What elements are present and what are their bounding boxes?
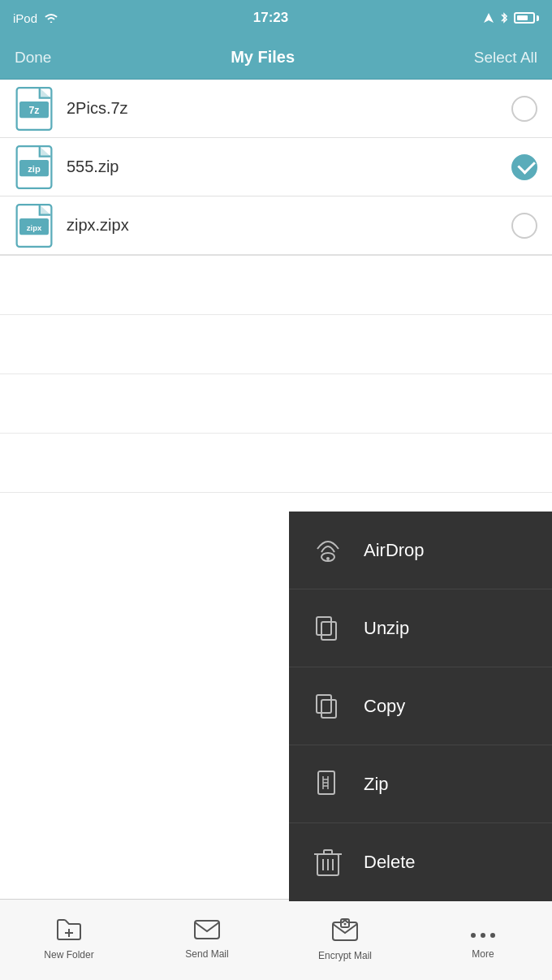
device-label: iPod <box>13 11 37 25</box>
select-all-button[interactable]: Select All <box>474 49 537 67</box>
delete-icon <box>308 843 347 882</box>
new-folder-icon <box>57 919 81 946</box>
menu-label-copy: Copy <box>364 696 405 717</box>
file-name-2: 555.zip <box>67 158 511 176</box>
status-left: iPod <box>13 11 58 25</box>
send-mail-icon <box>194 920 220 945</box>
svg-marker-0 <box>484 13 494 23</box>
toolbar-label-more: More <box>472 948 494 960</box>
toolbar-label-new-folder: New Folder <box>44 949 93 961</box>
file-name-3: zipx.zipx <box>67 216 511 235</box>
zip-icon <box>308 765 347 804</box>
nav-bar: Done My Files Select All <box>0 36 552 80</box>
wifi-icon <box>44 12 58 24</box>
toolbar-new-folder[interactable]: New Folder <box>0 919 138 961</box>
toolbar-more[interactable]: More <box>414 920 552 960</box>
svg-text:7z: 7z <box>28 104 39 115</box>
checkbox-3[interactable] <box>511 213 537 239</box>
menu-label-delete: Delete <box>364 852 416 873</box>
file-list: 7z 2Pics.7z zip 555.zip zi <box>0 80 552 255</box>
svg-text:zipx: zipx <box>27 222 42 231</box>
file-item-3[interactable]: zipx zipx.zipx <box>0 196 552 255</box>
done-button[interactable]: Done <box>15 49 51 67</box>
copy-icon <box>308 687 347 726</box>
menu-label-zip: Zip <box>364 774 389 795</box>
file-icon-7z: 7z <box>15 87 54 131</box>
status-bar: iPod 17:23 <box>0 0 552 36</box>
battery-icon <box>514 12 539 24</box>
checkbox-2[interactable] <box>511 154 537 180</box>
page-title: My Files <box>231 48 295 67</box>
file-name-1: 2Pics.7z <box>67 99 511 118</box>
svg-rect-18 <box>321 700 336 718</box>
svg-point-39 <box>490 933 495 938</box>
svg-rect-16 <box>321 622 336 640</box>
more-icon <box>470 920 496 945</box>
encrypt-mail-icon <box>332 918 358 947</box>
menu-item-unzip[interactable]: Unzip <box>289 589 552 667</box>
menu-item-airdrop[interactable]: AirDrop <box>289 512 552 589</box>
file-item-1[interactable]: 7z 2Pics.7z <box>0 80 552 138</box>
svg-rect-15 <box>317 617 331 635</box>
svg-point-36 <box>344 923 347 926</box>
svg-point-14 <box>326 557 330 560</box>
checkbox-1[interactable] <box>511 96 537 122</box>
svg-point-38 <box>481 933 485 938</box>
svg-rect-17 <box>317 695 331 713</box>
unzip-icon <box>308 609 347 648</box>
bluetooth-icon <box>499 11 509 24</box>
menu-item-copy[interactable]: Copy <box>289 667 552 745</box>
menu-item-zip[interactable]: Zip <box>289 745 552 823</box>
location-icon <box>483 12 494 24</box>
file-icon-zipx: zipx <box>15 204 54 248</box>
toolbar-label-encrypt-mail: Encrypt Mail <box>318 950 372 961</box>
time-display: 17:23 <box>253 10 288 26</box>
status-right <box>483 11 539 24</box>
toolbar-label-send-mail: Send Mail <box>185 948 228 960</box>
svg-text:zip: zip <box>28 163 41 173</box>
bottom-toolbar: New Folder Send Mail Encrypt Mail <box>0 899 552 980</box>
svg-point-37 <box>471 933 476 938</box>
svg-rect-33 <box>195 921 219 939</box>
menu-item-delete[interactable]: Delete <box>289 823 552 901</box>
file-icon-zip: zip <box>15 145 54 189</box>
airdrop-icon <box>308 531 347 570</box>
toolbar-encrypt-mail[interactable]: Encrypt Mail <box>276 918 414 961</box>
toolbar-send-mail[interactable]: Send Mail <box>138 920 276 960</box>
file-item-2[interactable]: zip 555.zip <box>0 138 552 196</box>
menu-label-unzip: Unzip <box>364 618 409 639</box>
menu-label-airdrop: AirDrop <box>364 540 425 561</box>
context-menu: AirDrop Unzip Copy <box>289 512 552 901</box>
svg-rect-27 <box>324 850 332 854</box>
